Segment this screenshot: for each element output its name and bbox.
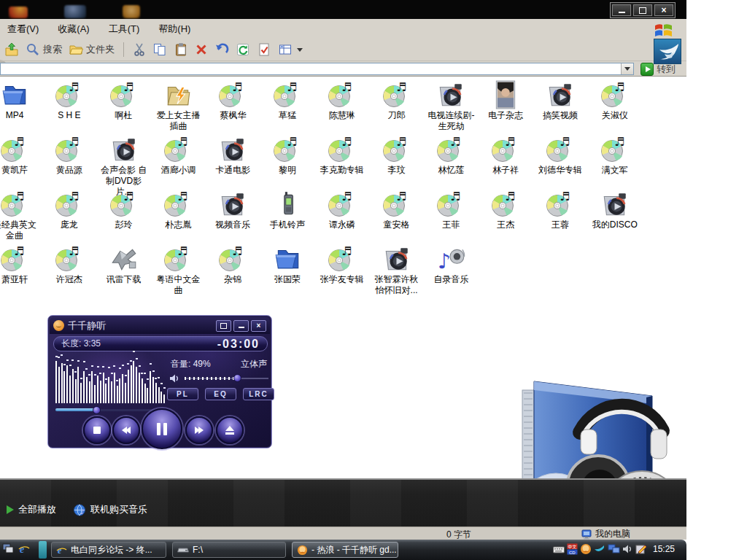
file-item[interactable]: ♬许冠杰 (42, 244, 97, 285)
file-item[interactable]: 搞笑视频 (533, 80, 588, 121)
toolbar-cut-button[interactable] (133, 42, 146, 57)
toolbar-views-button[interactable] (278, 42, 303, 57)
toolbar-check-button[interactable] (257, 42, 271, 57)
taskbar-button[interactable]: - 热浪 - 千千静听 gd... (292, 542, 398, 558)
file-item[interactable]: ♬啊杜 (96, 80, 152, 121)
file-item[interactable]: ♬黄品源 (42, 135, 97, 176)
file-item[interactable]: ♬庞龙 (42, 190, 97, 230)
file-item[interactable]: 张国荣 (260, 244, 315, 285)
toolbar-paste-button[interactable] (174, 42, 188, 57)
menu-item-help[interactable]: 帮助(H) (158, 23, 190, 36)
file-item[interactable]: ♬刘德华专辑 (533, 135, 588, 176)
stop-button[interactable] (83, 416, 111, 444)
pen-icon[interactable] (635, 543, 647, 555)
file-item[interactable]: 张智霖许秋怡怀旧对... (369, 244, 425, 296)
file-item[interactable]: MP4 (0, 80, 42, 121)
keyboard-icon[interactable] (553, 544, 565, 555)
toolbar-refresh-button[interactable] (236, 42, 250, 57)
menu-item-tools[interactable]: 工具(T) (109, 23, 140, 36)
spectrum-bar (122, 374, 123, 403)
thunder-swallow-icon[interactable] (654, 39, 681, 64)
file-item[interactable]: ♬美经典英文金曲 (0, 190, 42, 241)
file-item[interactable]: ♬张学友专辑 (314, 244, 370, 285)
lang-cn-icon[interactable]: 中文CD (567, 543, 578, 555)
file-item[interactable]: 讯雷下载 (96, 244, 152, 285)
player-close-button[interactable]: × (251, 320, 266, 332)
file-item[interactable]: ♬满文军 (587, 135, 643, 176)
next-button[interactable] (185, 416, 213, 444)
menu-item-view[interactable]: 查看(V) (7, 23, 39, 36)
thunder-swoosh-icon[interactable] (594, 543, 605, 555)
toolbar-folders-button[interactable]: 文件夹 (69, 42, 115, 57)
file-item[interactable]: 会声会影 自制DVD影片... (96, 135, 152, 198)
file-item[interactable]: ♬朴志胤 (150, 190, 206, 230)
player-lrc-button[interactable]: LRC (243, 388, 274, 400)
player-title-bar[interactable]: 千千静听 × (50, 317, 270, 334)
file-item[interactable]: ♬杂锦 (205, 244, 260, 285)
task-全部播放[interactable]: 全部播放 (7, 503, 56, 516)
file-item[interactable]: ♬王蓉 (533, 190, 588, 230)
player-eq-button[interactable]: EQ (205, 388, 236, 400)
file-item[interactable]: ♬萧亚轩 (0, 244, 42, 285)
file-item[interactable]: ♬蔡枫华 (205, 80, 260, 121)
previous-button[interactable] (112, 416, 140, 444)
file-item[interactable]: 爱上女主播插曲 (150, 80, 206, 132)
seek-slider[interactable] (55, 406, 158, 414)
volume-slider[interactable] (185, 375, 268, 382)
taskbar-button[interactable]: e电白同乡论坛 -> 终... (51, 542, 166, 558)
maximize-button[interactable] (633, 4, 652, 16)
toolbar-copy-button[interactable] (152, 42, 167, 57)
svg-text:♬: ♬ (450, 135, 460, 149)
eject-button[interactable] (216, 416, 244, 444)
pause-icon (157, 423, 167, 435)
task-联机购买音乐[interactable]: ♪联机购买音乐 (74, 503, 147, 516)
ttplayer-tray-icon[interactable] (580, 543, 592, 555)
file-item[interactable]: ♬酒廊小调 (150, 135, 206, 176)
seek-knob[interactable] (93, 406, 101, 414)
address-input[interactable] (0, 63, 634, 75)
file-item[interactable]: ♬李克勤专辑 (314, 135, 370, 176)
file-item[interactable]: ♬刀郎 (369, 80, 425, 121)
file-item[interactable]: ♬林子祥 (478, 135, 533, 176)
file-item[interactable]: 手机铃声 (260, 190, 315, 230)
menu-item-favorites[interactable]: 收藏(A) (58, 23, 89, 36)
file-item[interactable]: ♬粤语中文金曲 (150, 244, 206, 296)
minimize-button[interactable] (612, 4, 631, 16)
toolbar-up-folder-button[interactable] (4, 42, 19, 57)
taskbar-button[interactable]: F:\ (172, 542, 286, 558)
player-minimize-button[interactable] (233, 320, 249, 332)
player-maximize-button[interactable] (216, 320, 231, 332)
file-item[interactable]: ♬草猛 (260, 80, 315, 121)
toolbar-search-button[interactable]: 搜索 (26, 42, 62, 57)
pause-button[interactable] (142, 408, 182, 449)
volume-knob[interactable] (233, 374, 241, 382)
close-button[interactable]: × (654, 4, 673, 16)
file-item[interactable]: ♬彭玲 (96, 190, 152, 230)
file-item[interactable]: ♬陈慧琳 (314, 80, 370, 121)
file-item[interactable]: 电子杂志 (478, 80, 533, 121)
file-item[interactable]: ♬王杰 (478, 190, 533, 230)
file-item[interactable]: ♬谭永磷 (314, 190, 370, 230)
file-item[interactable]: ♬黎明 (260, 135, 315, 176)
file-item[interactable]: ♪自录音乐 (423, 244, 479, 285)
file-item[interactable]: ♬童安格 (369, 190, 425, 230)
file-item[interactable]: ♬黄凯芹 (0, 135, 42, 176)
file-item[interactable]: 我的DISCO (587, 190, 643, 230)
file-item[interactable]: 视频音乐 (205, 190, 260, 230)
ie-quicklaunch-icon[interactable]: e (18, 543, 30, 554)
file-item[interactable]: 电视连续剧-生死劫 (423, 80, 479, 132)
volume-icon[interactable] (622, 543, 633, 555)
network-icon[interactable] (608, 543, 620, 555)
player-pl-button[interactable]: PL (167, 388, 198, 400)
file-item[interactable]: ♬李玟 (369, 135, 425, 176)
minimize-icon (239, 327, 244, 328)
file-item[interactable]: ♬王菲 (423, 190, 479, 230)
address-dropdown-button[interactable] (621, 63, 633, 74)
toolbar-undo-button[interactable] (214, 42, 229, 57)
file-item[interactable]: 卡通电影 (205, 135, 260, 176)
file-item[interactable]: ♬关淑仪 (587, 80, 643, 121)
file-item[interactable]: ♬S H E (42, 80, 97, 121)
toolbar-delete-button[interactable] (195, 42, 208, 57)
show-desktop-icon[interactable] (2, 543, 14, 554)
file-item[interactable]: ♬林忆莲 (423, 135, 479, 176)
